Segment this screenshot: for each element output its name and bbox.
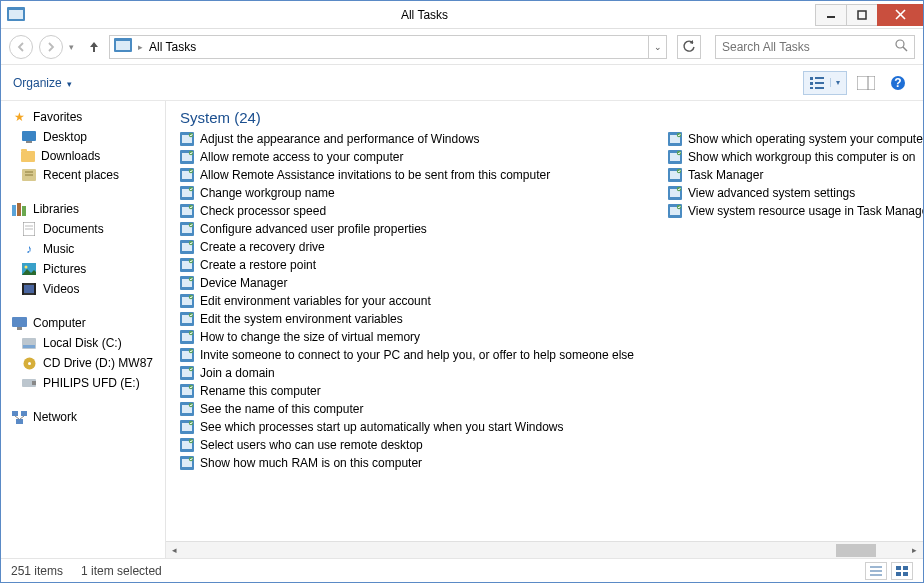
task-label: Allow remote access to your computer	[200, 150, 403, 164]
view-mode-button[interactable]: ▾	[803, 71, 847, 95]
task-item[interactable]: Show how much RAM is on this computer	[178, 454, 636, 472]
selection-count: 1 item selected	[81, 564, 162, 578]
svg-rect-26	[17, 203, 21, 216]
svg-point-32	[25, 266, 28, 269]
preview-pane-button[interactable]	[853, 71, 879, 95]
task-label: Configure advanced user profile properti…	[200, 222, 427, 236]
close-button[interactable]	[877, 4, 923, 26]
task-item[interactable]: Allow Remote Assistance invitations to b…	[178, 166, 636, 184]
libraries-icon	[11, 201, 27, 217]
svg-point-8	[896, 40, 904, 48]
sidebar-item-pictures[interactable]: Pictures	[1, 259, 165, 279]
svg-line-9	[903, 47, 907, 51]
scroll-thumb[interactable]	[836, 544, 876, 557]
task-item[interactable]: Select users who can use remote desktop	[178, 436, 636, 454]
details-view-button[interactable]	[865, 562, 887, 580]
libraries-section: Libraries Documents ♪Music Pictures Vide…	[1, 199, 165, 299]
task-item[interactable]: Device Manager	[178, 274, 636, 292]
svg-rect-12	[810, 82, 813, 85]
music-icon: ♪	[21, 241, 37, 257]
videos-icon	[21, 281, 37, 297]
search-box[interactable]	[715, 35, 915, 59]
task-item[interactable]: See the name of this computer	[178, 400, 636, 418]
task-label: Join a domain	[200, 366, 275, 380]
sidebar-item-recent[interactable]: Recent places	[1, 165, 165, 185]
folder-icon	[21, 151, 35, 162]
task-item[interactable]: See which processes start up automatical…	[178, 418, 636, 436]
task-label: Task Manager	[688, 168, 763, 182]
pictures-icon	[21, 261, 37, 277]
task-label: See the name of this computer	[200, 402, 363, 416]
scroll-left-button[interactable]: ◂	[166, 542, 183, 559]
task-item[interactable]: Edit environment variables for your acco…	[178, 292, 636, 310]
search-icon	[895, 39, 908, 55]
svg-rect-14	[810, 87, 813, 89]
task-label: Show which operating system your compute…	[688, 132, 923, 146]
window-title: All Tasks	[33, 8, 816, 22]
task-item[interactable]: Create a recovery drive	[178, 238, 636, 256]
history-dropdown[interactable]: ▾	[69, 42, 79, 52]
svg-rect-1	[9, 10, 23, 19]
minimize-button[interactable]	[815, 4, 847, 26]
computer-root[interactable]: Computer	[1, 313, 165, 333]
drive-icon	[21, 335, 37, 351]
maximize-button[interactable]	[846, 4, 878, 26]
sidebar-item-usb-e[interactable]: PHILIPS UFD (E:)	[1, 373, 165, 393]
task-item[interactable]: Configure advanced user profile properti…	[178, 220, 636, 238]
task-item[interactable]: Join a domain	[178, 364, 636, 382]
group-header[interactable]: System (24)	[166, 101, 923, 130]
svg-text:?: ?	[894, 76, 901, 90]
address-dropdown[interactable]: ⌄	[649, 35, 667, 59]
network-root[interactable]: Network	[1, 407, 165, 427]
task-item[interactable]: Show which workgroup this computer is on	[666, 148, 923, 166]
forward-button[interactable]	[39, 35, 63, 59]
task-item[interactable]: Edit the system environment variables	[178, 310, 636, 328]
task-item[interactable]: Invite someone to connect to your PC and…	[178, 346, 636, 364]
task-label: Create a recovery drive	[200, 240, 325, 254]
network-section: Network	[1, 407, 165, 427]
task-item[interactable]: Create a restore point	[178, 256, 636, 274]
search-input[interactable]	[722, 40, 895, 54]
task-label: Create a restore point	[200, 258, 316, 272]
task-item[interactable]: View advanced system settings	[666, 184, 923, 202]
svg-rect-47	[16, 419, 23, 424]
svg-rect-11	[815, 77, 824, 79]
task-item[interactable]: Rename this computer	[178, 382, 636, 400]
icons-view-button[interactable]	[891, 562, 913, 580]
scroll-track[interactable]	[183, 542, 906, 558]
sidebar-item-local-c[interactable]: Local Disk (C:)	[1, 333, 165, 353]
task-item[interactable]: Show which operating system your compute…	[666, 130, 923, 148]
task-item[interactable]: Check processor speed	[178, 202, 636, 220]
sidebar-item-videos[interactable]: Videos	[1, 279, 165, 299]
libraries-root[interactable]: Libraries	[1, 199, 165, 219]
task-item[interactable]: Allow remote access to your computer	[178, 148, 636, 166]
svg-rect-34	[24, 285, 34, 293]
sidebar-item-downloads[interactable]: Downloads	[1, 147, 165, 165]
task-label: Show how much RAM is on this computer	[200, 456, 422, 470]
task-item[interactable]: How to change the size of virtual memory	[178, 328, 636, 346]
up-button[interactable]	[85, 40, 103, 54]
horizontal-scrollbar[interactable]: ◂ ▸	[166, 541, 923, 558]
scroll-right-button[interactable]: ▸	[906, 542, 923, 559]
task-item[interactable]: Change workgroup name	[178, 184, 636, 202]
task-item[interactable]: Task Manager	[666, 166, 923, 184]
svg-rect-36	[34, 283, 36, 295]
sidebar-item-desktop[interactable]: Desktop	[1, 127, 165, 147]
svg-rect-15	[815, 87, 824, 89]
sidebar-item-cd-d[interactable]: CD Drive (D:) MW87	[1, 353, 165, 373]
sidebar-item-documents[interactable]: Documents	[1, 219, 165, 239]
help-button[interactable]: ?	[885, 71, 911, 95]
sidebar-item-music[interactable]: ♪Music	[1, 239, 165, 259]
task-item[interactable]: Adjust the appearance and performance of…	[178, 130, 636, 148]
favorites-root[interactable]: ★Favorites	[1, 107, 165, 127]
recent-icon	[21, 167, 37, 183]
task-label: Show which workgroup this computer is on	[688, 150, 915, 164]
star-icon: ★	[11, 109, 27, 125]
refresh-button[interactable]	[677, 35, 701, 59]
svg-rect-125	[896, 566, 901, 570]
organize-menu[interactable]: Organize ▾	[13, 76, 72, 90]
usb-icon	[21, 375, 37, 391]
back-button[interactable]	[9, 35, 33, 59]
address-bar[interactable]: ▸ All Tasks	[109, 35, 649, 59]
task-item[interactable]: View system resource usage in Task Manag…	[666, 202, 923, 220]
